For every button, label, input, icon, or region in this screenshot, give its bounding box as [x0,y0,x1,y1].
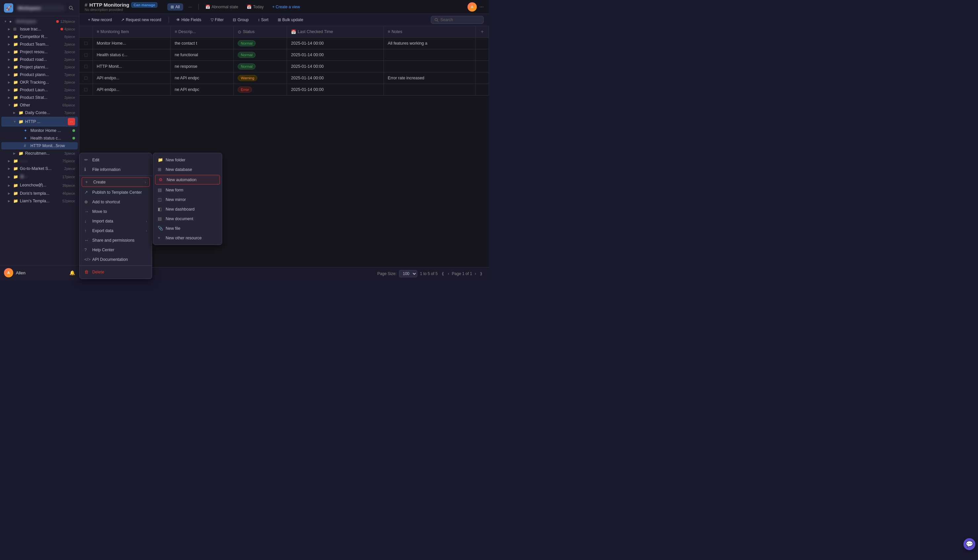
create-view-button[interactable]: + Create a view [269,3,303,11]
item-count: 52piece [62,199,75,203]
row-description-3: ne API endpc [171,72,234,84]
search-box[interactable]: Search [431,16,484,24]
sub-menu-new-folder[interactable]: 📁 New folder [153,155,222,165]
sidebar-item-issue-tracker[interactable]: ▶ ⊞ Issue trac... 4piece [1,25,78,33]
row-notes-0: All features working a [383,38,475,49]
menu-item-edit[interactable]: ✏ Edit [80,155,152,165]
more-options-top-button[interactable]: ··· [480,4,484,10]
row-checkbox-1[interactable]: ☐ [79,49,93,61]
page-info: Page Size: 100 50 200 1 to 5 of 5 ⟪ ‹ Pa… [377,270,484,277]
sidebar-item-project-planning[interactable]: ▶ 📁 Project planni... 2piece [1,63,78,71]
row-checkbox-2[interactable]: ☐ [79,61,93,72]
menu-item-publish[interactable]: ↗ Publish to Template Center [80,187,152,197]
folder-icon: 📁 [13,175,18,179]
menu-item-create[interactable]: + Create › [82,177,150,187]
menu-item-help[interactable]: ? Help Center [80,245,152,255]
first-page-button[interactable]: ⟪ [440,271,445,277]
table-row[interactable]: ☐ Monitor Home... the contact t Normal 2… [79,38,489,49]
sub-menu-new-document[interactable]: ▤ New document [153,214,222,223]
table-row[interactable]: ☐ Health status c... ne functional Norma… [79,49,489,61]
sidebar-item-monitor-home[interactable]: ✦ Monitor Home ... [1,127,78,134]
sidebar-item-okr-tracking[interactable]: ▶ 📁 OKR Tracking... 2piece [1,79,78,86]
item-label: Doris's templa... [20,191,61,196]
sidebar-item-product-team[interactable]: ▶ 📁 Product Team... 2piece [1,41,78,48]
sidebar-item-competitor[interactable]: ▶ 📁 Competitor R... 8piece [1,33,78,40]
bulk-update-button[interactable]: ⊞ Bulk update [275,16,307,23]
sidebar-item-liam-template[interactable]: ▶ 📁 Liam's Templa... 52piece [1,197,78,205]
menu-item-file-info[interactable]: ℹ File information [80,165,152,174]
page-size-select[interactable]: 100 50 200 [399,270,417,277]
menu-item-add-shortcut[interactable]: ⊕ Add to shortcut [80,197,152,207]
sub-menu-new-form[interactable]: ▤ New form [153,185,222,195]
sidebar-item-http-monitoring-folder[interactable]: ▼ 📁 HTTP ... ··· [1,117,78,127]
sub-menu-new-dashboard[interactable]: ◧ New dashboard [153,204,222,214]
sidebar-item-product-launch[interactable]: ▶ 📁 Product Laun... 2piece [1,86,78,93]
item-label: Issue trac... [20,27,59,32]
view-tab-abnormal[interactable]: 📅 Abnormal state [202,3,242,11]
group-button[interactable]: ⊟ Group [230,16,252,23]
menu-item-api-docs[interactable]: </> API Documentation [80,255,152,264]
table-row[interactable]: ☐ API endpo... ne API endpc Error 2025-0… [79,84,489,95]
menu-item-share[interactable]: ↔ Share and permissions [80,235,152,245]
sidebar-item-health-status[interactable]: ✦ Health status c... [1,135,78,142]
request-new-record-button[interactable]: ↗ Request new record [118,16,164,23]
hide-fields-button[interactable]: 👁 Hide Fields [173,16,205,23]
folder-icon: 📁 [13,159,18,163]
sidebar-item-product-strategy[interactable]: ▶ 📁 Product Strat... 2piece [1,94,78,101]
sort-button[interactable]: ↕ Sort [255,16,272,23]
arrow-icon: ▼ [4,20,8,23]
more-options-button[interactable]: ··· [68,118,75,125]
add-column-button[interactable]: + [476,26,489,38]
workspace-icon: 🚀 [4,3,13,13]
arrow-icon: ▶ [8,175,12,178]
sidebar-item-chinese-1[interactable]: ▶ 📁 设··· 17piece [1,173,78,181]
sidebar-item-doris-template[interactable]: ▶ 📁 Doris's templa... 46piece [1,190,78,197]
prev-page-button[interactable]: ‹ [447,271,451,277]
sidebar-item-root[interactable]: ▼ ● Workspace 129piece [1,18,78,25]
new-record-button[interactable]: + New record [85,16,115,23]
item-count: 2piece [65,88,75,92]
view-tab-all[interactable]: ⊞ All [167,3,183,11]
row-checkbox-4[interactable]: ☐ [79,84,93,95]
sub-menu-new-database[interactable]: ⊞ New database [153,165,222,174]
last-page-button[interactable]: ⟫ [479,271,484,277]
context-menu-primary: ✏ Edit ℹ File information + Create › ↗ P… [79,153,152,279]
sidebar-item-go-to-market[interactable]: ▶ 📁 Go-to-Market S... 2piece [1,165,78,172]
item-label: Product road... [20,57,63,62]
row-checkbox-0[interactable]: ☐ [79,38,93,49]
sidebar-item-daily-content[interactable]: ▶ 📁 Daily Conte... 7piece [1,109,78,117]
table-row[interactable]: ☐ API endpo... ne API endpc Warning 2025… [79,72,489,84]
sidebar-item-project-resources[interactable]: ▶ 📁 Project resou... 3piece [1,48,78,55]
sidebar-search-button[interactable] [67,4,75,12]
sidebar-item-product-planning[interactable]: ▶ 📁 Product plann... 7piece [1,71,78,78]
menu-item-export-data[interactable]: ↑ Export data › [80,226,152,235]
group-icon: ⊟ [233,18,236,22]
sub-menu-new-folder-label: New folder [166,158,185,162]
sidebar-item-blurred-1[interactable]: ▶ 📁 ······· 75piece [1,157,78,165]
notification-bell[interactable]: 🔔 [70,270,75,275]
sidebar-item-product-roadmap[interactable]: ▶ 📁 Product road... 2piece [1,56,78,63]
sidebar-item-other[interactable]: ▼ 📁 Other 69piece [1,102,78,109]
filter-button[interactable]: ▽ Filter [207,16,227,23]
sub-menu-new-file[interactable]: 📎 New file [153,223,222,233]
next-page-button[interactable]: › [473,271,477,277]
table-row[interactable]: ☐ HTTP Monit... ne response Normal 2025-… [79,61,489,72]
plus-icon-menu: + [85,180,91,185]
sub-menu-new-other[interactable]: + New other resource [153,233,222,243]
sidebar-item-leonchow[interactable]: ▶ 📁 Leonchow的... 39piece [1,181,78,189]
menu-item-delete[interactable]: 🗑 Delete [80,267,152,277]
top-bar: # HTTP Monitoring Can manage No descript… [79,0,489,14]
page-icon: ✦ [24,136,29,140]
sidebar-item-http-monitoring-table[interactable]: # HTTP Monit...5row [1,142,78,149]
sub-menu-new-automation[interactable]: ⚙ New automation [155,175,220,185]
sub-menu-new-mirror[interactable]: ◫ New mirror [153,195,222,204]
more-views-button[interactable]: ··· [185,3,195,11]
folder-icon: 📁 [18,110,24,115]
menu-item-import-data[interactable]: ↓ Import data › [80,216,152,226]
menu-item-move-to[interactable]: → Move to [80,207,152,216]
sidebar-item-recruitment[interactable]: ▶ 📁 Recruitmen... 3piece [1,150,78,157]
menu-divider-2 [80,265,152,266]
status-badge-0: Normal [238,40,255,46]
view-tab-today[interactable]: 📅 Today [243,3,267,11]
row-checkbox-3[interactable]: ☐ [79,72,93,84]
